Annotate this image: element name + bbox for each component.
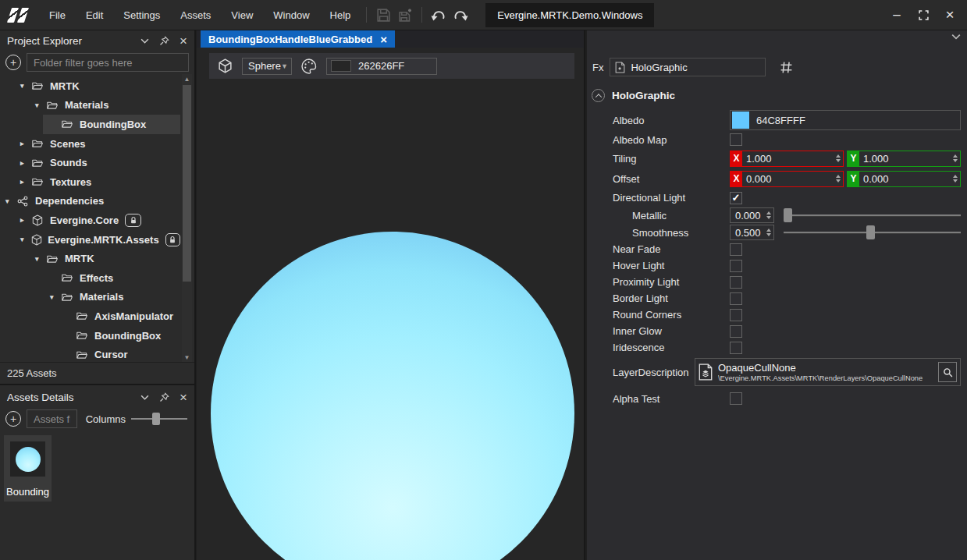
chevron-collapsed-icon[interactable]: ▸ (20, 178, 32, 186)
chevron-down-icon[interactable] (140, 395, 149, 400)
scrollbar-thumb[interactable] (183, 85, 191, 282)
tiling-x-value[interactable]: 1.000 (742, 151, 833, 166)
chevron-collapsed-icon[interactable]: ▸ (20, 159, 32, 167)
tree-item-evergine-core[interactable]: ▸Evergine.Core (0, 211, 180, 230)
chevron-collapsed-icon[interactable]: ▸ (20, 216, 32, 224)
alpha-test-checkbox[interactable] (730, 392, 742, 405)
close-panel-icon[interactable]: × (180, 391, 187, 404)
scroll-down-icon[interactable]: ▼ (182, 353, 192, 362)
tree-item-cursor[interactable]: Cursor (0, 345, 180, 362)
add-asset-button[interactable]: + (5, 411, 21, 427)
pin-icon[interactable] (159, 36, 169, 46)
menu-item-window[interactable]: Window (263, 0, 319, 30)
spinner-arrows-icon[interactable] (833, 151, 843, 166)
chevron-expanded-icon[interactable]: ▾ (50, 293, 62, 301)
tree-item-materials[interactable]: ▾Materials (0, 96, 180, 115)
assets-filter-input[interactable] (27, 409, 77, 428)
metallic-value-field[interactable]: 0.000 (730, 207, 774, 223)
round-corners-checkbox[interactable] (730, 309, 742, 321)
menu-item-file[interactable]: File (39, 0, 76, 30)
menu-item-view[interactable]: View (221, 0, 263, 30)
chevron-expanded-icon[interactable]: ▾ (20, 82, 32, 90)
smoothness-value-field[interactable]: 0.500 (730, 225, 774, 240)
maximize-button[interactable] (912, 5, 934, 25)
menu-item-help[interactable]: Help (320, 0, 361, 30)
chevron-collapsed-icon[interactable]: ▸ (20, 140, 32, 147)
tree-item-dependencies[interactable]: ▾Dependencies (0, 192, 180, 211)
tree-item-scenes[interactable]: ▸Scenes (0, 134, 180, 154)
tree-item-mrtk[interactable]: ▾MRTK (0, 76, 180, 96)
tree-scrollbar[interactable]: ▲ ▼ (182, 74, 192, 362)
tree-item-boundingbox[interactable]: BoundingBox (0, 115, 180, 134)
albedo-color-swatch[interactable] (732, 112, 749, 129)
tree-item-boundingbox[interactable]: BoundingBox (0, 326, 180, 346)
tiling-y-field[interactable]: Y 1.000 (847, 151, 961, 167)
tiling-x-field[interactable]: X 1.000 (730, 151, 844, 167)
chevron-down-icon[interactable] (951, 34, 961, 40)
tree-item-textures[interactable]: ▸Textures (0, 172, 180, 192)
folder-filter-input[interactable] (27, 53, 189, 72)
search-layer-button[interactable] (938, 362, 957, 382)
chevron-expanded-icon[interactable]: ▾ (35, 101, 47, 109)
columns-slider[interactable] (131, 412, 187, 426)
scroll-up-icon[interactable]: ▲ (182, 74, 192, 83)
save-all-icon[interactable] (394, 5, 416, 25)
spinner-arrows-icon[interactable] (763, 229, 773, 236)
chevron-expanded-icon[interactable]: ▾ (5, 197, 17, 205)
effect-field[interactable]: HoloGraphic (610, 58, 766, 76)
tree-item-axismanipulator[interactable]: AxisManipulator (0, 307, 180, 326)
shader-defines-icon[interactable] (777, 58, 795, 76)
metallic-slider[interactable] (784, 207, 961, 223)
smoothness-slider[interactable] (784, 225, 961, 240)
chevron-expanded-icon[interactable]: ▾ (20, 236, 31, 243)
holographic-section-header[interactable]: HoloGraphic (592, 89, 675, 102)
tree-item-evergine-mrtk-assets[interactable]: ▾Evergine.MRTK.Assets (0, 230, 180, 250)
close-panel-icon[interactable]: × (180, 34, 187, 48)
border-light-checkbox[interactable] (730, 292, 742, 305)
offset-x-field[interactable]: X 0.000 (730, 171, 844, 187)
mesh-selector-dropdown[interactable]: Sphere ▼ (242, 58, 292, 75)
tree-item-materials[interactable]: ▾Materials (0, 288, 180, 307)
tab-boundingboxhandlebluegrabbed[interactable]: BoundingBoxHandleBlueGrabbed × (201, 30, 395, 48)
albedo-map-checkbox[interactable] (730, 133, 742, 146)
chevron-down-icon[interactable] (140, 38, 149, 44)
menu-item-settings[interactable]: Settings (113, 0, 170, 30)
tree-item-sounds[interactable]: ▸Sounds (0, 153, 180, 172)
spinner-arrows-icon[interactable] (950, 172, 960, 186)
chevron-expanded-icon[interactable]: ▾ (35, 255, 47, 263)
menu-item-edit[interactable]: Edit (76, 0, 113, 30)
tree-item-mrtk[interactable]: ▾MRTK (0, 249, 180, 268)
iridescence-checkbox[interactable] (730, 342, 742, 354)
albedo-color-field[interactable]: 64C8FFFF (730, 110, 961, 130)
offset-y-value[interactable]: 0.000 (859, 172, 950, 186)
tree-item-effects[interactable]: Effects (0, 268, 180, 288)
close-tab-icon[interactable]: × (380, 34, 387, 45)
close-window-button[interactable]: × (939, 5, 961, 25)
material-preview-viewport[interactable]: Sphere ▼ 262626FF (197, 48, 584, 560)
hover-light-checkbox[interactable] (730, 260, 742, 272)
tiling-y-value[interactable]: 1.000 (859, 151, 950, 166)
inner-glow-checkbox[interactable] (730, 325, 742, 338)
clear-color-swatch[interactable] (331, 60, 351, 72)
menu-item-assets[interactable]: Assets (170, 0, 221, 30)
layer-description-field[interactable]: OpaqueCullNone \Evergine.MRTK.Assets\MRT… (695, 358, 961, 386)
asset-card[interactable]: Bounding (4, 435, 52, 502)
pin-icon[interactable] (159, 392, 169, 402)
tree-item-label: Scenes (50, 138, 86, 150)
redo-icon[interactable] (450, 5, 471, 25)
minimize-button[interactable]: – (886, 5, 908, 25)
offset-x-value[interactable]: 0.000 (742, 172, 833, 186)
near-fade-checkbox[interactable] (730, 243, 742, 256)
undo-icon[interactable] (428, 5, 450, 25)
proximity-light-checkbox[interactable] (730, 276, 742, 289)
add-folder-button[interactable]: + (5, 55, 21, 70)
directional-light-checkbox[interactable] (730, 192, 742, 204)
offset-y-field[interactable]: Y 0.000 (847, 171, 961, 187)
spinner-arrows-icon[interactable] (833, 172, 843, 186)
tree-item-label: MRTK (50, 80, 80, 92)
spinner-arrows-icon[interactable] (763, 211, 773, 219)
collapse-section-icon[interactable] (592, 89, 605, 102)
clear-color-field[interactable]: 262626FF (326, 58, 437, 75)
save-icon[interactable] (372, 5, 394, 25)
spinner-arrows-icon[interactable] (950, 151, 960, 166)
